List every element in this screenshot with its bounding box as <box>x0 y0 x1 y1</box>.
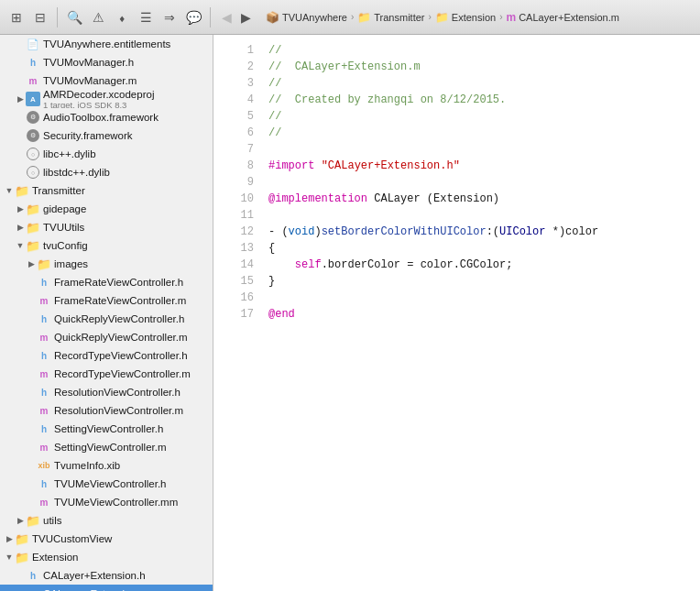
link-icon[interactable]: ⇒ <box>160 8 179 27</box>
code-content-5: // <box>268 108 281 125</box>
sidebar-item-security[interactable]: ⚙Security.framework <box>0 126 213 145</box>
icon-tvumeinfo-xib: xib <box>37 458 51 473</box>
sidebar-item-quickreplyvc-h[interactable]: hQuickReplyViewController.h <box>0 310 213 328</box>
sidebar-item-tvumeinfo-xib[interactable]: xibTvumeInfo.xib <box>0 456 213 475</box>
breadcrumb-item-transmitter[interactable]: 📁 Transmitter <box>357 11 424 24</box>
arrow-tvumevch <box>26 478 37 489</box>
label-frameratevc-m: FrameRateViewController.m <box>54 295 186 306</box>
code-line-15: 15} <box>213 273 700 290</box>
label-movm-h: TVUMovManager.h <box>43 57 134 68</box>
arrow-libstdc <box>15 167 26 178</box>
sidebar-item-tvuconfig[interactable]: ▼📁tvuConfig <box>0 236 213 255</box>
breadcrumb-label-project: TVUAnywhere <box>282 12 347 23</box>
sidebar-item-resolutionvc-m[interactable]: mResolutionViewController.m <box>0 401 213 420</box>
code-editor[interactable]: 1//2// CALayer+Extension.m3//4// Created… <box>213 35 700 591</box>
folder-icon-extension: 📁 <box>435 11 449 24</box>
sidebar-item-movm-m[interactable]: mTVUMovManager.m <box>0 71 213 90</box>
code-content-6: // <box>268 125 281 141</box>
code-line-1: 1// <box>213 42 700 59</box>
sidebar-item-settingvc-m[interactable]: mSettingViewController.m <box>0 438 213 456</box>
label-recordtypevc-h: RecordTypeViewController.h <box>54 350 188 361</box>
sidebar-item-gidepage[interactable]: ▶📁gidepage <box>0 200 213 218</box>
search-icon[interactable]: 🔍 <box>65 8 83 27</box>
grid-icon[interactable]: ⊞ <box>7 8 26 27</box>
arrow-utils[interactable]: ▶ <box>15 515 26 526</box>
sidebar-item-extension[interactable]: ▼📁Extension <box>0 548 213 566</box>
sidebar-item-tvucustomview[interactable]: ▶📁TVUCustomView <box>0 530 213 548</box>
label-settingvc-h: SettingViewController.h <box>54 423 163 434</box>
sidebar-item-calayer-ext-h[interactable]: hCALayer+Extension.h <box>0 566 213 585</box>
code-line-12: 12- (void)setBorderColorWithUIColor:(UIC… <box>213 224 700 240</box>
sidebar-item-entitlements[interactable]: 📄TVUAnywhere.entitlements <box>0 35 213 53</box>
sidebar-item-audiotoolbox[interactable]: ⚙AudioToolbox.framework <box>0 108 213 126</box>
label-recordtypevc-m: RecordTypeViewController.m <box>54 368 191 379</box>
line-number-8: 8 <box>224 158 254 174</box>
sidebar-item-resolutionvc-h[interactable]: hResolutionViewController.h <box>0 383 213 401</box>
bookmark-icon[interactable]: ⬧ <box>113 8 131 27</box>
arrow-tvumeinfo-xib <box>26 460 37 471</box>
sidebar-item-amrdecoder[interactable]: ▶AAMRDecoder.xcodeproj1 target, iOS SDK … <box>0 90 213 108</box>
sublabel-amrdecoder: 1 target, iOS SDK 8.3 <box>43 100 209 109</box>
arrow-extension[interactable]: ▼ <box>4 552 15 563</box>
label-tvucustomview: TVUCustomView <box>32 533 112 544</box>
arrow-resolutionvc-h <box>26 387 37 398</box>
breadcrumb-item-extension[interactable]: 📁 Extension <box>435 11 496 24</box>
bubble-icon[interactable]: 💬 <box>184 8 202 27</box>
label-transmitter: Transmitter <box>32 185 85 196</box>
list-icon[interactable]: ☰ <box>137 8 155 27</box>
sidebar-item-images[interactable]: ▶📁images <box>0 255 213 273</box>
arrow-tvuconfig[interactable]: ▼ <box>15 240 26 251</box>
project-icon: 📦 <box>266 11 279 24</box>
code-content-14: self.borderColor = color.CGColor; <box>268 257 512 273</box>
main-layout: 📄TVUAnywhere.entitlementshTVUMovManager.… <box>0 35 700 591</box>
sidebar-item-quickreplyvc-m[interactable]: mQuickReplyViewController.m <box>0 328 213 346</box>
icon-settingvc-m: m <box>37 440 51 454</box>
sidebar-item-tvuutils[interactable]: ▶📁TVUUtils <box>0 218 213 236</box>
arrow-gidepage[interactable]: ▶ <box>15 203 26 214</box>
line-number-16: 16 <box>224 290 254 306</box>
sidebar-item-libc[interactable]: ○libc++.dylib <box>0 145 213 163</box>
code-line-9: 9 <box>213 174 700 191</box>
sidebar-item-calayer-ext-m[interactable]: mCALayer+Extension.m <box>0 585 213 591</box>
sidebar-item-frameratevc-m[interactable]: mFrameRateViewController.m <box>0 291 213 310</box>
sidebar-item-utils[interactable]: ▶📁utils <box>0 511 213 530</box>
toolbar-separator-1 <box>57 7 58 27</box>
nav-forward-button[interactable]: ▶ <box>237 8 255 27</box>
sidebar-item-transmitter[interactable]: ▼📁Transmitter <box>0 181 213 200</box>
line-number-6: 6 <box>224 125 254 141</box>
arrow-tvuutils[interactable]: ▶ <box>15 222 26 233</box>
sidebar-item-movm-h[interactable]: hTVUMovManager.h <box>0 53 213 71</box>
icon-extension: 📁 <box>15 550 29 564</box>
line-number-13: 13 <box>224 240 254 257</box>
icon-settingvc-h: h <box>37 421 51 436</box>
sidebar-item-frameratevc-h[interactable]: hFrameRateViewController.h <box>0 273 213 291</box>
label-movm-m: TVUMovManager.m <box>43 75 137 86</box>
breadcrumb-item-project[interactable]: 📦 TVUAnywhere <box>266 11 347 24</box>
code-line-11: 11 <box>213 207 700 224</box>
sidebar-item-recordtypevc-m[interactable]: mRecordTypeViewController.m <box>0 365 213 383</box>
line-number-5: 5 <box>224 108 254 125</box>
code-content-15: } <box>268 273 275 290</box>
code-line-3: 3// <box>213 75 700 92</box>
nav-back-button[interactable]: ◀ <box>218 8 235 27</box>
arrow-settingvc-h <box>26 423 37 434</box>
icon-libstdc: ○ <box>26 165 40 180</box>
sidebar-item-recordtypevc-h[interactable]: hRecordTypeViewController.h <box>0 346 213 365</box>
breadcrumb-item-file[interactable]: m CALayer+Extension.m <box>506 11 618 24</box>
code-line-7: 7 <box>213 141 700 158</box>
squares-icon[interactable]: ⊟ <box>31 8 49 27</box>
sidebar-item-tvumevch[interactable]: hTVUMeViewController.h <box>0 475 213 493</box>
warning-icon[interactable]: ⚠ <box>89 8 107 27</box>
icon-calayer-ext-h: h <box>26 568 40 583</box>
label-resolutionvc-h: ResolutionViewController.h <box>54 387 180 398</box>
arrow-images[interactable]: ▶ <box>26 258 37 269</box>
icon-frameratevc-m: m <box>37 293 51 308</box>
sidebar-item-settingvc-h[interactable]: hSettingViewController.h <box>0 420 213 438</box>
arrow-amrdecoder[interactable]: ▶ <box>15 93 26 104</box>
code-content-1: // <box>268 42 281 59</box>
arrow-tvucustomview[interactable]: ▶ <box>4 533 15 544</box>
arrow-transmitter[interactable]: ▼ <box>4 185 15 196</box>
sidebar-item-tvumevcm[interactable]: mTVUMeViewController.mm <box>0 493 213 511</box>
sidebar-item-libstdc[interactable]: ○libstdc++.dylib <box>0 163 213 181</box>
arrow-security <box>15 130 26 141</box>
